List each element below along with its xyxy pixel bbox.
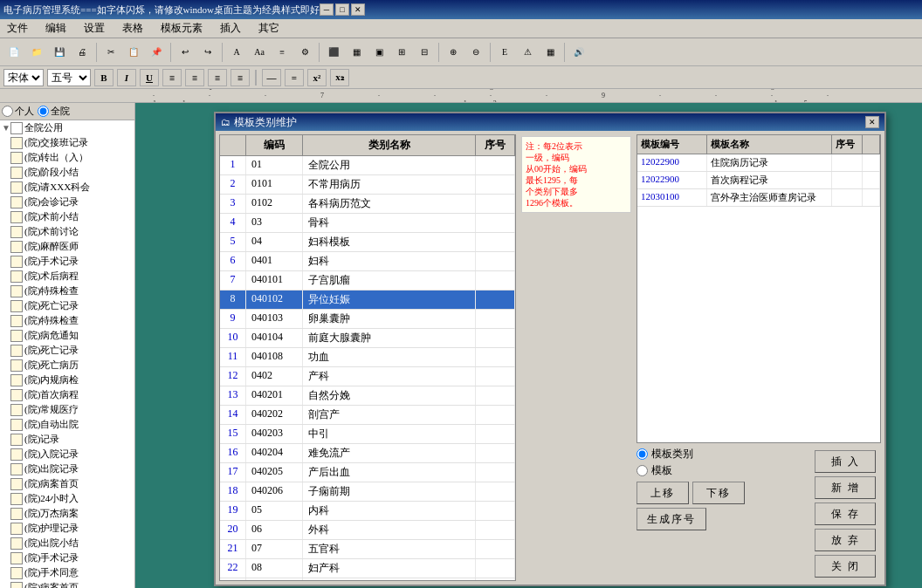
tb-save[interactable]: 💾	[49, 42, 70, 63]
dialog-row-8[interactable]: 9 040103 卵巢囊肿	[220, 310, 515, 329]
tb2-btn1[interactable]: —	[262, 69, 281, 86]
tb-btn5[interactable]: ⬛	[323, 42, 344, 63]
tb-print[interactable]: 🖨	[72, 42, 93, 63]
radio-personal[interactable]: 个人	[2, 105, 34, 118]
dialog-row-14[interactable]: 15 040203 中引	[220, 425, 515, 444]
add-button[interactable]: 新 增	[815, 476, 876, 499]
sidebar-item-3[interactable]: (院)阶段小结	[0, 165, 134, 180]
dialog-row-6[interactable]: 7 040101 子宫肌瘤	[220, 271, 515, 291]
align-right[interactable]: ≡	[208, 69, 227, 86]
dialog-row-3[interactable]: 4 03 骨科	[220, 214, 515, 233]
sidebar-item-23[interactable]: (院)出院记录	[0, 462, 134, 476]
sidebar-item-26[interactable]: (院)万杰病案	[0, 506, 134, 521]
dialog-row-15[interactable]: 16 040204 难免流产	[220, 444, 515, 463]
menu-edit[interactable]: 编辑	[42, 20, 70, 37]
save-button[interactable]: 保 存	[815, 503, 876, 525]
dialog-row-17[interactable]: 18 040206 子痫前期	[220, 482, 515, 502]
sidebar-item-6[interactable]: (院)术前小结	[0, 209, 134, 224]
dialog-close-btn[interactable]: ✕	[865, 116, 879, 128]
sidebar-item-13[interactable]: (院)特殊检查	[0, 313, 134, 328]
tb-copy[interactable]: 📋	[123, 42, 144, 63]
tb-btn8[interactable]: ⊞	[391, 42, 412, 63]
move-down-button[interactable]: 下移	[692, 482, 745, 504]
align-center[interactable]: ≡	[185, 69, 204, 86]
tb-cut[interactable]: ✂	[100, 42, 121, 63]
close-button[interactable]: ✕	[351, 3, 365, 16]
tb-btn7[interactable]: ▣	[368, 42, 389, 63]
sidebar-list[interactable]: ▼ 全院公用 (院)交接班记录(院)转出（入）(院)阶段小结(院)请XXX科会(…	[0, 120, 134, 588]
dialog-row-1[interactable]: 2 0101 不常用病历	[220, 175, 515, 195]
menu-other[interactable]: 其它	[255, 20, 283, 37]
tb-btn12[interactable]: E	[494, 42, 515, 63]
sidebar-item-1[interactable]: (院)交接班记录	[0, 135, 134, 150]
tb-btn2[interactable]: Aa	[249, 42, 270, 63]
italic-button[interactable]: I	[117, 69, 136, 86]
move-up-button[interactable]: 上移	[636, 482, 689, 504]
dialog-table-body[interactable]: 1 01 全院公用 2 0101 不常用病历 3 0102 各科病历范文 4 0…	[220, 156, 515, 580]
sidebar-item-15[interactable]: (院)死亡记录	[0, 343, 134, 358]
align-justify[interactable]: ≡	[230, 69, 250, 86]
dialog-row-20[interactable]: 21 07 五官科	[220, 540, 515, 559]
dialog-row-4[interactable]: 5 04 妇科模板	[220, 233, 515, 252]
dialog-row-19[interactable]: 20 06 外科	[220, 521, 515, 540]
radio-all[interactable]: 全院	[38, 105, 70, 118]
right-row-2[interactable]: 12030100 宫外孕主治医师查房记录	[637, 189, 880, 207]
align-left[interactable]: ≡	[162, 69, 182, 86]
sidebar-item-24[interactable]: (院)病案首页	[0, 476, 134, 491]
tb-btn15[interactable]: 🔊	[568, 42, 589, 63]
tb2-btn2[interactable]: =	[285, 69, 304, 86]
tb-btn3[interactable]: ≡	[272, 42, 292, 63]
font-select[interactable]: 宋体	[3, 69, 44, 86]
tb-btn9[interactable]: ⊟	[414, 42, 435, 63]
tb-btn13[interactable]: ⚠	[517, 42, 538, 63]
sidebar-item-28[interactable]: (院)出院小结	[0, 536, 134, 550]
tb-new[interactable]: 📄	[3, 42, 24, 63]
sidebar-item-14[interactable]: (院)病危通知	[0, 328, 134, 343]
dialog-row-16[interactable]: 17 040205 产后出血	[220, 463, 515, 482]
tb-undo[interactable]: ↩	[175, 42, 196, 63]
sidebar-item-7[interactable]: (院)术前讨论	[0, 224, 134, 239]
tb-btn4[interactable]: ⚙	[294, 42, 315, 63]
dialog-row-22[interactable]: 23 09 儿科	[220, 578, 515, 580]
tb2-btn3[interactable]: x²	[307, 69, 327, 86]
dialog-row-21[interactable]: 22 08 妇产科	[220, 559, 515, 578]
radio-template-category[interactable]: 模板类别	[636, 447, 808, 462]
sidebar-item-22[interactable]: (院)入院记录	[0, 447, 134, 462]
sidebar-item-0[interactable]: ▼ 全院公用	[0, 120, 134, 135]
sidebar-item-4[interactable]: (院)请XXX科会	[0, 180, 134, 195]
sidebar-item-10[interactable]: (院)术后病程	[0, 269, 134, 284]
minimize-button[interactable]: ─	[320, 3, 334, 16]
right-row-0[interactable]: 12022900 住院病历记录	[637, 154, 880, 172]
sidebar-item-17[interactable]: (院)内规病检	[0, 373, 134, 387]
tb-open[interactable]: 📁	[26, 42, 47, 63]
sidebar-item-27[interactable]: (院)护理记录	[0, 521, 134, 536]
radio-template[interactable]: 模板	[636, 463, 808, 478]
discard-button[interactable]: 放 弃	[815, 529, 876, 551]
bold-button[interactable]: B	[94, 69, 114, 86]
tb-paste[interactable]: 📌	[146, 42, 167, 63]
menu-table[interactable]: 表格	[119, 20, 147, 37]
dialog-row-12[interactable]: 13 040201 自然分娩	[220, 386, 515, 406]
sidebar-item-12[interactable]: (院)死亡记录	[0, 298, 134, 313]
sidebar-item-25[interactable]: (院)24小时入	[0, 491, 134, 506]
insert-button[interactable]: 插 入	[815, 450, 876, 473]
size-select[interactable]: 五号	[47, 69, 91, 86]
tb-btn11[interactable]: ⊖	[465, 42, 486, 63]
tb-btn6[interactable]: ▦	[346, 42, 367, 63]
dialog-row-7[interactable]: 8 040102 异位妊娠	[220, 291, 515, 310]
tb-btn1[interactable]: A	[226, 42, 247, 63]
menu-file[interactable]: 文件	[3, 20, 31, 37]
tb2-btn4[interactable]: x₂	[330, 69, 349, 86]
sidebar-item-20[interactable]: (院)自动出院	[0, 417, 134, 432]
menu-template[interactable]: 模板元素	[157, 20, 206, 37]
underline-button[interactable]: U	[140, 69, 159, 86]
dialog-row-11[interactable]: 12 0402 产科	[220, 367, 515, 386]
sidebar-item-8[interactable]: (院)麻醉医师	[0, 239, 134, 254]
tb-redo[interactable]: ↪	[197, 42, 218, 63]
sidebar-item-21[interactable]: (院)记录	[0, 432, 134, 447]
sidebar-item-29[interactable]: (院)手术记录	[0, 550, 134, 565]
maximize-button[interactable]: □	[335, 3, 349, 16]
dialog-row-5[interactable]: 6 0401 妇科	[220, 252, 515, 271]
dialog-row-13[interactable]: 14 040202 剖宫产	[220, 406, 515, 425]
close-button[interactable]: 关 闭	[815, 555, 876, 578]
